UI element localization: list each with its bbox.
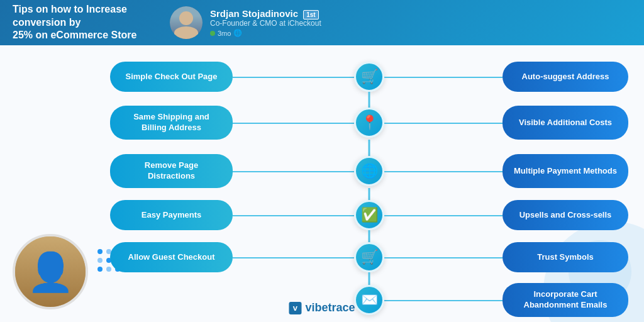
dot-7 xyxy=(97,267,103,272)
header-profile: Srdjan Stojadinovic 1st Co-Founder & CMO… xyxy=(170,6,321,39)
connector-right-5 xyxy=(384,257,502,258)
center-icon-3: 🌐 xyxy=(354,156,384,186)
left-pill-1: Simple Check Out Page xyxy=(110,62,233,92)
connector-left-3 xyxy=(233,171,354,172)
right-pill-6: Incorporate Cart Abandonment Emails xyxy=(502,283,628,317)
connector-right-3 xyxy=(384,171,502,172)
profile-badge: 1st xyxy=(303,10,318,19)
profile-title: Co-Founder & CMO at iCheckout xyxy=(210,19,321,28)
right-pill-2: Visible Additional Costs xyxy=(502,106,628,140)
right-pill-3: Multiple Payment Methods xyxy=(502,154,628,188)
center-icon-2: 📍 xyxy=(354,108,384,138)
connector-right-4 xyxy=(384,215,502,216)
row-2: Same Shipping and Billing Address 📍 Visi… xyxy=(110,106,628,140)
profile-name: Srdjan Stojadinovic 1st xyxy=(210,8,321,19)
right-pill-4: Upsells and Cross-sells xyxy=(502,200,628,230)
header-title: Tips on how to Increase conversion by 25… xyxy=(13,3,151,42)
header: Tips on how to Increase conversion by 25… xyxy=(0,0,644,45)
dot-4 xyxy=(97,258,103,263)
row-1: Simple Check Out Page 🛒 Auto-suggest Add… xyxy=(110,62,628,92)
profile-photo-inner xyxy=(15,236,86,307)
left-pill-2: Same Shipping and Billing Address xyxy=(110,106,233,140)
diagram-area: Simple Check Out Page 🛒 Auto-suggest Add… xyxy=(110,50,628,294)
center-icon-6: ✉️ xyxy=(354,285,384,315)
connector-right-2 xyxy=(384,123,502,124)
avatar xyxy=(170,6,203,39)
left-pill-4: Easy Payments xyxy=(110,200,233,230)
connector-right-1 xyxy=(384,77,502,78)
center-icon-1: 🛒 xyxy=(354,62,384,92)
right-pill-5: Trust Symbols xyxy=(502,242,628,272)
connector-left-2 xyxy=(233,123,354,124)
left-pill-3: Remove Page Distractions xyxy=(110,154,233,188)
center-icon-5: 🛒 xyxy=(354,242,384,272)
dot-1 xyxy=(97,249,103,254)
connector-left-1 xyxy=(233,77,354,78)
online-dot xyxy=(210,31,215,36)
connector-right-6 xyxy=(384,300,502,301)
right-pill-1: Auto-suggest Address xyxy=(502,62,628,92)
globe-icon: 🌐 xyxy=(233,29,242,37)
profile-time: 3mo 🌐 xyxy=(210,29,321,37)
connector-left-5 xyxy=(233,257,354,258)
profile-photo xyxy=(13,234,88,309)
row-5: Allow Guest Checkout 🛒 Trust Symbols xyxy=(110,242,628,272)
profile-info: Srdjan Stojadinovic 1st Co-Founder & CMO… xyxy=(210,8,321,37)
connector-left-4 xyxy=(233,215,354,216)
row-6: ✉️ Incorporate Cart Abandonment Emails xyxy=(110,283,628,317)
main-content: vibetrace Simple Check Out Page 🛒 Auto-s… xyxy=(0,45,644,322)
row-4: Easy Payments ✅ Upsells and Cross-sells xyxy=(110,200,628,230)
row-3: Remove Page Distractions 🌐 Multiple Paym… xyxy=(110,154,628,188)
center-icon-4: ✅ xyxy=(354,200,384,230)
left-pill-5: Allow Guest Checkout xyxy=(110,242,233,272)
